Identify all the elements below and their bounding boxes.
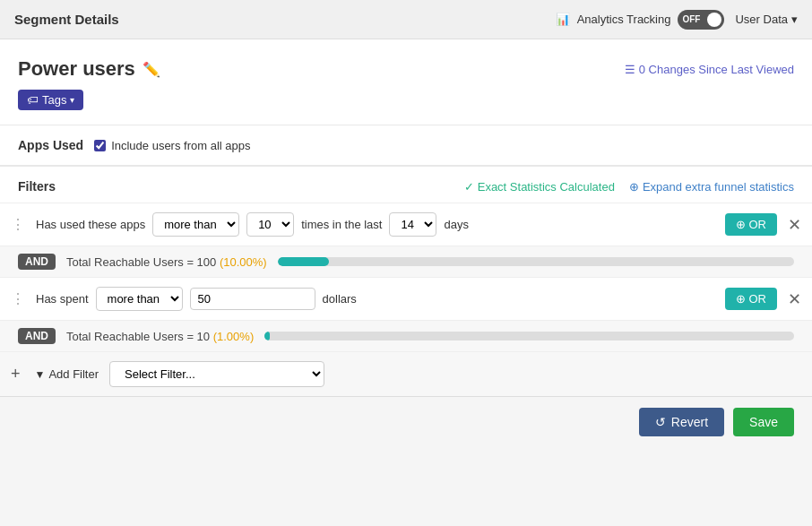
filter1-value-select[interactable]: 10 5 20 50 — [246, 212, 294, 237]
filters-header: Filters ✓ Exact Statistics Calculated ⊕ … — [0, 167, 812, 203]
changes-label: 0 Changes Since Last Viewed — [639, 63, 794, 76]
filters-title: Filters — [18, 179, 56, 194]
tags-button[interactable]: 🏷 Tags ▾ — [18, 90, 83, 110]
expand-icon: ⊕ — [629, 180, 639, 194]
filter1-label2: times in the last — [301, 218, 382, 231]
user-data-label: User Data — [735, 13, 788, 26]
add-filter-plus-button[interactable]: + — [7, 365, 24, 384]
tags-label: Tags — [42, 93, 66, 107]
user-data-chevron: ▾ — [791, 13, 798, 26]
progress-bar-1 — [278, 257, 794, 266]
filter2-or-plus: ⊕ — [736, 292, 746, 306]
analytics-tracking: 📊 Analytics Tracking OFF — [556, 10, 725, 30]
filter1-label3: days — [444, 218, 468, 231]
filter2-or-label: OR — [749, 292, 767, 306]
analytics-toggle[interactable]: OFF — [678, 10, 724, 30]
revert-icon: ↺ — [655, 415, 666, 429]
reachable-text-2: Total Reachable Users = 10 (1.00%) — [66, 330, 254, 343]
save-button[interactable]: Save — [733, 408, 794, 436]
filter-block-2: ⋮ Has spent more than less than exactly … — [0, 278, 812, 321]
filter1-remove-button[interactable]: ✕ — [784, 215, 805, 235]
changes-link[interactable]: ☰ 0 Changes Since Last Viewed — [625, 63, 794, 76]
page-title-row: Power users ✏️ ☰ 0 Changes Since Last Vi… — [18, 57, 794, 81]
apps-used-label: Apps Used — [18, 138, 83, 152]
progress-bar-2 — [264, 332, 794, 341]
tags-chevron: ▾ — [70, 95, 74, 105]
reachable-pct-1: (10.00%) — [220, 255, 267, 269]
add-filter-row: + ▼ Add Filter Select Filter... Has used… — [0, 352, 812, 396]
changes-list-icon: ☰ — [625, 63, 635, 76]
and-row-2: AND Total Reachable Users = 10 (1.00%) — [0, 321, 812, 352]
tag-icon: 🏷 — [27, 93, 39, 107]
and-row-1: AND Total Reachable Users = 100 (10.00%) — [0, 246, 812, 278]
filter2-label1: Has spent — [36, 292, 89, 306]
include-all-apps-text: Include users from all apps — [111, 139, 250, 152]
filter2-condition-select[interactable]: more than less than exactly — [96, 287, 183, 311]
footer: ↺ Revert Save — [0, 396, 812, 447]
filter-row-2: ⋮ Has spent more than less than exactly … — [0, 278, 812, 320]
and-badge-2: AND — [18, 328, 56, 344]
filter1-days-select[interactable]: 14 7 30 60 — [389, 212, 436, 237]
edit-icon[interactable]: ✏️ — [143, 61, 160, 78]
header-title: Segment Details — [14, 12, 119, 27]
page-title: Power users ✏️ — [18, 57, 160, 81]
toggle-off-label: OFF — [682, 14, 700, 24]
drag-handle-1[interactable]: ⋮ — [7, 216, 29, 233]
expand-funnel-link[interactable]: ⊕ Expand extra funnel statistics — [629, 180, 794, 194]
filter1-or-button[interactable]: ⊕ OR — [725, 213, 778, 236]
analytics-label: Analytics Tracking — [577, 13, 671, 26]
revert-label: Revert — [671, 415, 708, 429]
reachable-text-1: Total Reachable Users = 100 (10.00%) — [66, 255, 267, 269]
filter2-value-input[interactable] — [190, 288, 315, 310]
include-all-apps-checkbox[interactable] — [94, 140, 106, 151]
filter1-or-plus: ⊕ — [736, 218, 746, 231]
reachable-pct-2: (1.00%) — [213, 330, 255, 343]
and-badge-1: AND — [18, 254, 56, 270]
filter1-or-label: OR — [749, 218, 767, 231]
filter-row-1: ⋮ Has used these apps more than less tha… — [0, 203, 812, 246]
drag-handle-2[interactable]: ⋮ — [7, 290, 29, 307]
filter-block-1: ⋮ Has used these apps more than less tha… — [0, 203, 812, 246]
filter2-label2: dollars — [323, 292, 357, 306]
progress-fill-1 — [278, 257, 330, 266]
toggle-knob — [707, 13, 721, 27]
add-filter-dropdown[interactable]: Select Filter... Has used these apps Has… — [109, 361, 324, 387]
add-filter-label: ▼ Add Filter — [35, 367, 99, 381]
header-right: 📊 Analytics Tracking OFF User Data ▾ — [556, 10, 798, 30]
main-section: Power users ✏️ ☰ 0 Changes Since Last Vi… — [0, 39, 812, 125]
chart-icon: 📊 — [556, 13, 570, 26]
filter1-condition-select[interactable]: more than less than exactly — [152, 212, 239, 237]
revert-button[interactable]: ↺ Revert — [639, 408, 724, 436]
page-title-text: Power users — [18, 57, 135, 81]
app-header: Segment Details 📊 Analytics Tracking OFF… — [0, 0, 812, 39]
filter2-remove-button[interactable]: ✕ — [784, 289, 805, 309]
filter2-or-button[interactable]: ⊕ OR — [725, 288, 778, 310]
user-data-button[interactable]: User Data ▾ — [735, 13, 798, 26]
exact-stats-label: ✓ Exact Statistics Calculated — [464, 180, 615, 194]
filters-section: Filters ✓ Exact Statistics Calculated ⊕ … — [0, 167, 812, 396]
exact-stats-check: ✓ — [464, 180, 474, 194]
apps-used-row: Apps Used Include users from all apps — [0, 125, 812, 167]
filter1-label1: Has used these apps — [36, 218, 145, 231]
include-all-apps-label[interactable]: Include users from all apps — [94, 139, 250, 152]
filters-header-right: ✓ Exact Statistics Calculated ⊕ Expand e… — [464, 180, 794, 194]
funnel-icon: ▼ — [35, 368, 46, 381]
progress-fill-2 — [264, 332, 270, 341]
